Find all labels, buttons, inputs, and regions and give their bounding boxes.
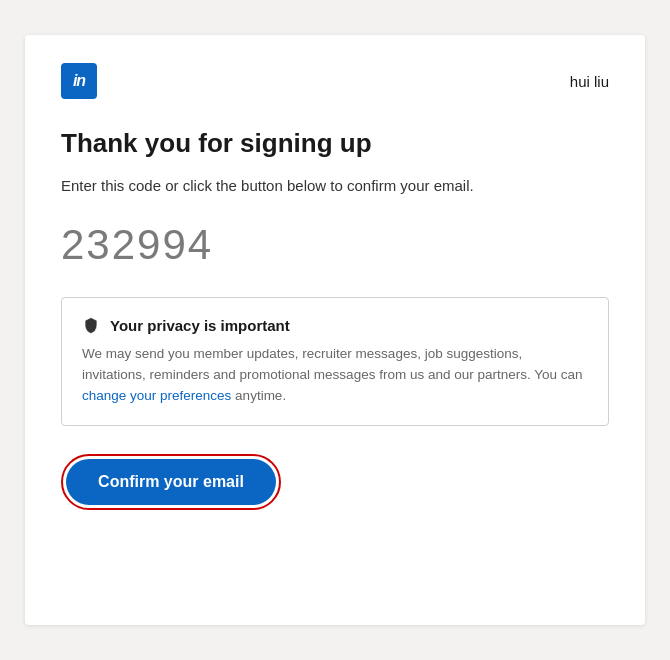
privacy-header: Your privacy is important — [82, 316, 588, 334]
confirm-button-wrapper: Confirm your email — [61, 454, 281, 510]
change-preferences-link[interactable]: change your preferences — [82, 388, 231, 403]
page-title: Thank you for signing up — [61, 127, 609, 161]
confirm-email-button[interactable]: Confirm your email — [66, 459, 276, 505]
privacy-body: We may send you member updates, recruite… — [82, 344, 588, 407]
email-confirmation-card: in hui liu Thank you for signing up Ente… — [25, 35, 645, 625]
linkedin-logo: in — [61, 63, 97, 99]
verification-code: 232994 — [61, 221, 609, 269]
card-header: in hui liu — [61, 63, 609, 99]
privacy-box: Your privacy is important We may send yo… — [61, 297, 609, 426]
shield-icon — [82, 316, 100, 334]
privacy-title: Your privacy is important — [110, 317, 290, 334]
username-display: hui liu — [570, 73, 609, 90]
page-subtitle: Enter this code or click the button belo… — [61, 175, 609, 198]
